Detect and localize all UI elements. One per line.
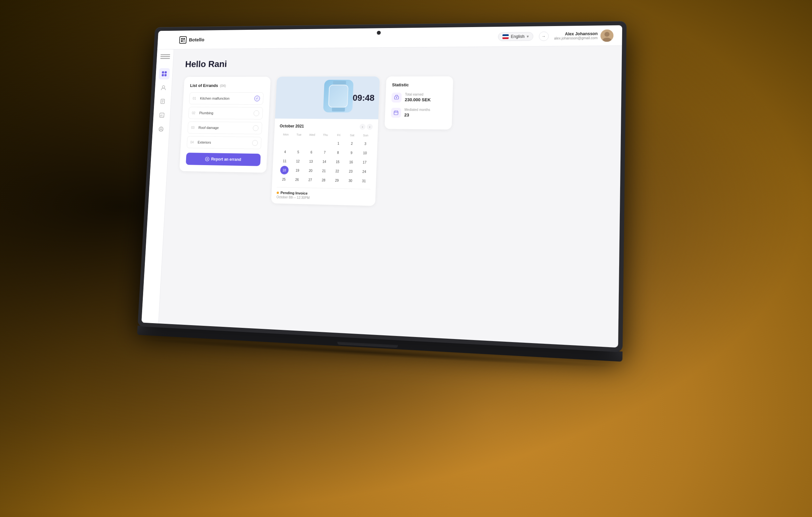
cal-cell-13[interactable]: 13 (307, 157, 315, 166)
app-body: Hello Rani List of Errands (04) (141, 46, 622, 347)
stat-value-earned: 230.000 SEK (405, 97, 431, 102)
cal-cell-19[interactable]: 19 (293, 166, 302, 175)
logo-area: Botello (179, 36, 204, 44)
sidebar-item-documents[interactable] (157, 96, 168, 107)
dropdown-arrow: ▾ (526, 34, 528, 39)
watch-face (328, 85, 348, 108)
menu-button[interactable] (160, 54, 170, 62)
cal-cell-10[interactable]: 10 (361, 149, 369, 157)
calendar-month: October 2021 (279, 124, 304, 129)
cal-cell-21[interactable]: 21 (319, 166, 328, 175)
topbar: Botello English ▾ → Alex Joh (157, 25, 622, 50)
cal-cell-27[interactable]: 27 (306, 176, 315, 184)
errand-item-2[interactable]: 02 Plumbing (188, 107, 263, 119)
errand-item-3[interactable]: 03 Roof damage (187, 121, 262, 134)
cal-cell-9[interactable]: 9 (347, 149, 356, 157)
pending-dot (277, 192, 279, 194)
cal-cell-17[interactable]: 17 (360, 158, 369, 167)
errand-check-4[interactable] (252, 140, 258, 146)
cal-cell-2[interactable]: 2 (347, 139, 356, 148)
time-display: 09:48 (353, 93, 375, 103)
cal-cell-12[interactable]: 12 (293, 157, 302, 166)
calendar-card: 09:48 October 2021 ‹ › (271, 76, 380, 206)
errands-title: List of Errands (190, 83, 218, 88)
page-title: Hello Rani (185, 57, 608, 69)
cal-cell-5[interactable]: 5 (294, 148, 303, 156)
cal-cell-25[interactable]: 25 (279, 175, 288, 184)
cal-header-sun: Sun (359, 133, 372, 138)
watch-image (323, 80, 354, 113)
cal-cell-24[interactable]: 24 (360, 167, 369, 176)
calendar-next-button[interactable]: › (367, 124, 373, 130)
watch-band-bottom (332, 108, 345, 112)
user-name: Alex Johansson (554, 31, 598, 37)
stat-info-earned: Total earned 230.000 SEK (405, 93, 431, 103)
cal-cell-26[interactable]: 26 (293, 175, 301, 184)
svg-rect-8 (164, 71, 167, 73)
cal-cell-20[interactable]: 20 (306, 166, 315, 175)
report-btn-label: Report an errand (211, 157, 241, 162)
menu-line-2 (160, 56, 170, 57)
cal-cell-11[interactable]: 11 (280, 157, 289, 165)
errand-num-3: 03 (191, 126, 196, 129)
svg-rect-1 (183, 38, 185, 40)
logo-text: Botello (189, 37, 204, 42)
errands-card: List of Errands (04) 01 Kitchen malfunct… (179, 77, 271, 173)
errands-header: List of Errands (04) (190, 83, 264, 88)
stat-item-months: Mediated months 23 (391, 108, 446, 118)
cal-cell-8[interactable]: 8 (334, 148, 342, 157)
cal-cell-6[interactable]: 6 (307, 148, 316, 157)
sidebar-item-dashboard[interactable] (158, 68, 170, 79)
user-details: Alex Johansson alex.johansson@gmail.com (554, 31, 598, 40)
sidebar-item-reports[interactable] (156, 110, 167, 121)
user-email: alex.johansson@gmail.com (554, 36, 598, 40)
cal-cell-16[interactable]: 16 (347, 158, 356, 166)
cal-cell-29[interactable]: 29 (333, 176, 341, 185)
cal-cell-14[interactable]: 14 (320, 157, 329, 166)
sidebar-item-user[interactable] (155, 123, 167, 135)
user-avatar[interactable] (601, 29, 614, 42)
errand-num-2: 02 (192, 111, 197, 114)
menu-line-3 (160, 58, 170, 59)
cal-cell-3[interactable]: 3 (361, 139, 370, 148)
content-grid: List of Errands (04) 01 Kitchen malfunct… (178, 76, 607, 212)
cal-header-sat: Sat (345, 133, 359, 138)
stat-item-earned: Total earned 230.000 SEK (391, 93, 447, 103)
report-errand-button[interactable]: Report an errand (186, 153, 261, 166)
calendar-prev-button[interactable]: ‹ (359, 124, 365, 130)
errand-label-2: Plumbing (199, 111, 251, 115)
errand-item-1[interactable]: 01 Kitchen malfunction ✓ (189, 92, 264, 105)
cal-cell-28[interactable]: 28 (319, 176, 328, 184)
cal-cell-30[interactable]: 30 (346, 176, 355, 185)
svg-point-21 (160, 128, 162, 130)
nav-forward-button[interactable]: → (539, 31, 549, 41)
cal-cell-31[interactable]: 31 (359, 177, 368, 185)
cal-cell-18-today[interactable]: 18 (280, 166, 289, 175)
cal-cell-22[interactable]: 22 (333, 167, 342, 176)
errand-check-1[interactable]: ✓ (254, 96, 260, 102)
cal-week-1: 1 2 3 (279, 138, 372, 149)
svg-rect-7 (162, 71, 164, 73)
main-content: Hello Rani List of Errands (04) (159, 46, 622, 347)
language-selector[interactable]: English ▾ (498, 32, 533, 41)
errand-item-4[interactable]: 04 Exteriors (187, 136, 262, 149)
cal-cell-1[interactable]: 1 (334, 139, 343, 148)
cal-cell-7[interactable]: 7 (320, 148, 329, 157)
cal-cell-empty-3 (308, 139, 316, 147)
statistics-card: Statistic Total earned 230.000 SEK (385, 76, 453, 130)
stat-label-earned: Total earned (405, 93, 431, 96)
watch-band-top (333, 81, 346, 85)
errand-check-2[interactable] (253, 110, 259, 116)
calendar-grid: Mon Tue Wed Thu Fri Sat Sun (277, 132, 373, 186)
cal-header-wed: Wed (306, 132, 319, 137)
svg-point-26 (396, 97, 397, 98)
sidebar-item-profile[interactable] (158, 82, 169, 93)
cal-cell-4[interactable]: 4 (281, 148, 290, 156)
cal-cell-23[interactable]: 23 (346, 167, 355, 176)
svg-rect-2 (181, 40, 183, 42)
cal-header-fri: Fri (332, 133, 345, 137)
cal-cell-15[interactable]: 15 (333, 157, 342, 166)
errand-check-3[interactable] (253, 125, 258, 131)
svg-rect-10 (164, 74, 166, 76)
stat-value-months: 23 (404, 112, 430, 117)
